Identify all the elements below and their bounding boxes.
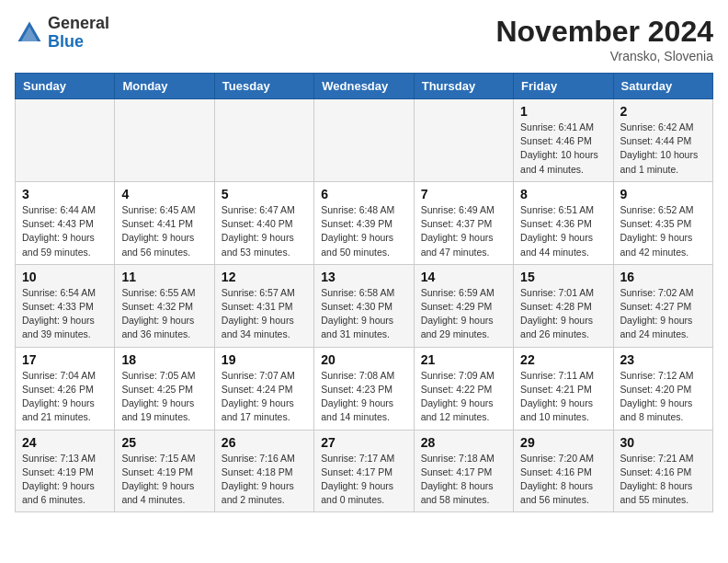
day-info: Sunrise: 7:11 AM Sunset: 4:21 PM Dayligh… <box>520 369 606 425</box>
header-cell-tuesday: Tuesday <box>214 74 313 99</box>
location: Vransko, Slovenia <box>495 49 713 63</box>
day-number: 24 <box>22 435 108 450</box>
title-block: November 2024 Vransko, Slovenia <box>495 15 713 63</box>
calendar-week-row: 24Sunrise: 7:13 AM Sunset: 4:19 PM Dayli… <box>16 430 713 512</box>
calendar-cell: 28Sunrise: 7:18 AM Sunset: 4:17 PM Dayli… <box>414 430 513 512</box>
calendar-cell: 30Sunrise: 7:21 AM Sunset: 4:16 PM Dayli… <box>613 430 712 512</box>
day-info: Sunrise: 7:17 AM Sunset: 4:17 PM Dayligh… <box>321 452 406 508</box>
header-cell-sunday: Sunday <box>16 74 115 99</box>
day-info: Sunrise: 7:08 AM Sunset: 4:23 PM Dayligh… <box>321 369 406 425</box>
day-info: Sunrise: 6:52 AM Sunset: 4:35 PM Dayligh… <box>620 203 706 259</box>
calendar-cell: 8Sunrise: 6:51 AM Sunset: 4:36 PM Daylig… <box>514 181 613 264</box>
calendar-cell: 27Sunrise: 7:17 AM Sunset: 4:17 PM Dayli… <box>314 430 414 512</box>
calendar-cell: 23Sunrise: 7:12 AM Sunset: 4:20 PM Dayli… <box>613 347 712 430</box>
day-number: 17 <box>22 352 108 367</box>
day-number: 11 <box>121 270 207 284</box>
day-number: 29 <box>520 435 606 450</box>
header-cell-saturday: Saturday <box>613 74 712 99</box>
day-number: 18 <box>121 352 207 367</box>
day-info: Sunrise: 7:12 AM Sunset: 4:20 PM Dayligh… <box>620 369 706 425</box>
calendar-cell: 9Sunrise: 6:52 AM Sunset: 4:35 PM Daylig… <box>613 181 712 264</box>
day-number: 7 <box>421 187 506 201</box>
calendar-cell: 11Sunrise: 6:55 AM Sunset: 4:32 PM Dayli… <box>115 264 214 347</box>
day-info: Sunrise: 7:13 AM Sunset: 4:19 PM Dayligh… <box>22 452 108 508</box>
day-info: Sunrise: 6:59 AM Sunset: 4:29 PM Dayligh… <box>421 286 506 342</box>
calendar-cell: 12Sunrise: 6:57 AM Sunset: 4:31 PM Dayli… <box>214 264 313 347</box>
day-info: Sunrise: 7:02 AM Sunset: 4:27 PM Dayligh… <box>620 286 706 342</box>
day-info: Sunrise: 6:51 AM Sunset: 4:36 PM Dayligh… <box>520 203 606 259</box>
calendar-cell: 29Sunrise: 7:20 AM Sunset: 4:16 PM Dayli… <box>514 430 613 512</box>
day-info: Sunrise: 6:49 AM Sunset: 4:37 PM Dayligh… <box>421 203 506 259</box>
day-number: 25 <box>121 435 207 450</box>
calendar-cell <box>214 99 313 182</box>
calendar-cell <box>414 99 513 182</box>
logo-text: General Blue <box>48 15 109 52</box>
day-number: 27 <box>321 435 406 450</box>
header-cell-thursday: Thursday <box>414 74 513 99</box>
day-number: 16 <box>620 270 706 284</box>
day-number: 1 <box>520 104 606 119</box>
calendar-cell <box>16 99 115 182</box>
calendar-cell: 17Sunrise: 7:04 AM Sunset: 4:26 PM Dayli… <box>16 347 115 430</box>
day-info: Sunrise: 6:47 AM Sunset: 4:40 PM Dayligh… <box>222 203 307 259</box>
day-number: 30 <box>620 435 706 450</box>
calendar-body: 1Sunrise: 6:41 AM Sunset: 4:46 PM Daylig… <box>16 99 713 512</box>
day-number: 4 <box>121 187 207 201</box>
day-info: Sunrise: 7:01 AM Sunset: 4:28 PM Dayligh… <box>520 286 606 342</box>
header-cell-wednesday: Wednesday <box>314 74 414 99</box>
day-info: Sunrise: 7:07 AM Sunset: 4:24 PM Dayligh… <box>222 369 307 425</box>
day-info: Sunrise: 6:58 AM Sunset: 4:30 PM Dayligh… <box>321 286 406 342</box>
day-number: 23 <box>620 352 706 367</box>
day-info: Sunrise: 7:18 AM Sunset: 4:17 PM Dayligh… <box>421 452 506 508</box>
day-number: 22 <box>520 352 606 367</box>
calendar-cell: 2Sunrise: 6:42 AM Sunset: 4:44 PM Daylig… <box>613 99 712 182</box>
day-info: Sunrise: 6:55 AM Sunset: 4:32 PM Dayligh… <box>121 286 207 342</box>
day-info: Sunrise: 6:45 AM Sunset: 4:41 PM Dayligh… <box>121 203 207 259</box>
day-number: 20 <box>321 352 406 367</box>
calendar-cell: 26Sunrise: 7:16 AM Sunset: 4:18 PM Dayli… <box>214 430 313 512</box>
header-cell-friday: Friday <box>514 74 613 99</box>
day-number: 2 <box>620 104 706 119</box>
day-number: 5 <box>222 187 307 201</box>
calendar-week-row: 10Sunrise: 6:54 AM Sunset: 4:33 PM Dayli… <box>16 264 713 347</box>
day-number: 10 <box>22 270 108 284</box>
day-number: 3 <box>22 187 108 201</box>
day-info: Sunrise: 6:42 AM Sunset: 4:44 PM Dayligh… <box>620 121 706 177</box>
calendar-cell: 14Sunrise: 6:59 AM Sunset: 4:29 PM Dayli… <box>414 264 513 347</box>
page-header: General Blue November 2024 Vransko, Slov… <box>15 15 713 63</box>
calendar-cell: 10Sunrise: 6:54 AM Sunset: 4:33 PM Dayli… <box>16 264 115 347</box>
day-number: 9 <box>620 187 706 201</box>
calendar-week-row: 3Sunrise: 6:44 AM Sunset: 4:43 PM Daylig… <box>16 181 713 264</box>
day-info: Sunrise: 7:09 AM Sunset: 4:22 PM Dayligh… <box>421 369 506 425</box>
calendar-cell: 13Sunrise: 6:58 AM Sunset: 4:30 PM Dayli… <box>314 264 414 347</box>
calendar-cell: 5Sunrise: 6:47 AM Sunset: 4:40 PM Daylig… <box>214 181 313 264</box>
month-title: November 2024 <box>495 15 713 49</box>
calendar-cell: 20Sunrise: 7:08 AM Sunset: 4:23 PM Dayli… <box>314 347 414 430</box>
day-info: Sunrise: 6:57 AM Sunset: 4:31 PM Dayligh… <box>222 286 307 342</box>
calendar-cell: 15Sunrise: 7:01 AM Sunset: 4:28 PM Dayli… <box>514 264 613 347</box>
day-number: 8 <box>520 187 606 201</box>
header-cell-monday: Monday <box>115 74 214 99</box>
day-info: Sunrise: 6:48 AM Sunset: 4:39 PM Dayligh… <box>321 203 406 259</box>
calendar-cell: 19Sunrise: 7:07 AM Sunset: 4:24 PM Dayli… <box>214 347 313 430</box>
day-info: Sunrise: 6:41 AM Sunset: 4:46 PM Dayligh… <box>520 121 606 177</box>
calendar-cell: 7Sunrise: 6:49 AM Sunset: 4:37 PM Daylig… <box>414 181 513 264</box>
day-info: Sunrise: 6:54 AM Sunset: 4:33 PM Dayligh… <box>22 286 108 342</box>
header-row: SundayMondayTuesdayWednesdayThursdayFrid… <box>16 74 713 99</box>
day-number: 13 <box>321 270 406 284</box>
day-number: 6 <box>321 187 406 201</box>
day-number: 15 <box>520 270 606 284</box>
day-info: Sunrise: 7:21 AM Sunset: 4:16 PM Dayligh… <box>620 452 706 508</box>
calendar-week-row: 1Sunrise: 6:41 AM Sunset: 4:46 PM Daylig… <box>16 99 713 182</box>
calendar-cell: 21Sunrise: 7:09 AM Sunset: 4:22 PM Dayli… <box>414 347 513 430</box>
day-number: 14 <box>421 270 506 284</box>
day-info: Sunrise: 7:15 AM Sunset: 4:19 PM Dayligh… <box>121 452 207 508</box>
calendar-cell <box>314 99 414 182</box>
logo-icon <box>15 18 44 48</box>
day-info: Sunrise: 7:04 AM Sunset: 4:26 PM Dayligh… <box>22 369 108 425</box>
day-number: 26 <box>222 435 307 450</box>
calendar-cell: 24Sunrise: 7:13 AM Sunset: 4:19 PM Dayli… <box>16 430 115 512</box>
calendar-cell: 3Sunrise: 6:44 AM Sunset: 4:43 PM Daylig… <box>16 181 115 264</box>
calendar-week-row: 17Sunrise: 7:04 AM Sunset: 4:26 PM Dayli… <box>16 347 713 430</box>
calendar-cell: 6Sunrise: 6:48 AM Sunset: 4:39 PM Daylig… <box>314 181 414 264</box>
